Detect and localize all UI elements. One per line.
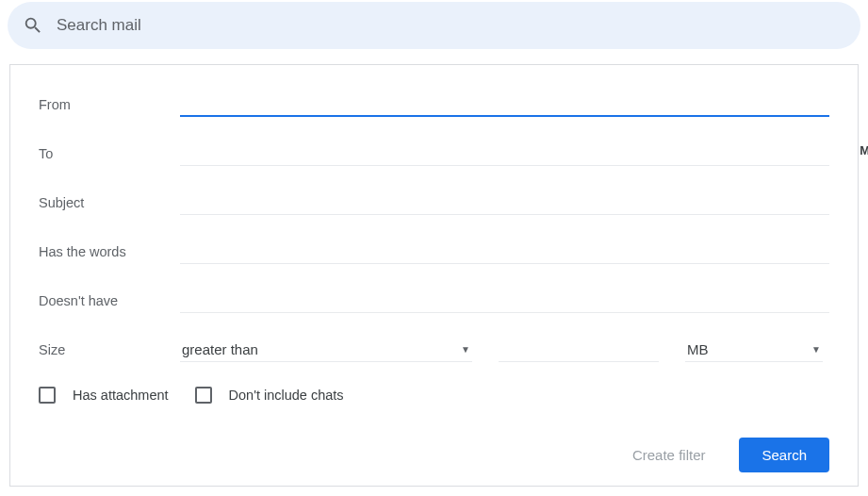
- has-words-label: Has the words: [39, 244, 180, 259]
- from-label: From: [39, 97, 180, 112]
- to-label: To: [39, 146, 180, 161]
- dont-include-chats-group: Don't include chats: [195, 387, 344, 404]
- background-partial-text: M: [860, 143, 868, 157]
- size-label: Size: [39, 342, 180, 357]
- dont-include-chats-checkbox[interactable]: [195, 387, 212, 404]
- button-row: Create filter Search: [39, 438, 829, 472]
- to-row: To: [39, 141, 829, 166]
- subject-row: Subject: [39, 190, 829, 215]
- has-attachment-label: Has attachment: [73, 388, 169, 403]
- checkbox-row: Has attachment Don't include chats: [39, 387, 829, 404]
- has-attachment-checkbox[interactable]: [39, 387, 56, 404]
- doesnt-have-row: Doesn't have: [39, 289, 829, 313]
- subject-label: Subject: [39, 195, 180, 210]
- size-comparator-value: greater than: [182, 341, 258, 357]
- search-input[interactable]: [57, 16, 845, 35]
- search-button[interactable]: Search: [739, 438, 829, 472]
- create-filter-button[interactable]: Create filter: [621, 439, 717, 471]
- dont-include-chats-label: Don't include chats: [229, 388, 344, 403]
- to-input[interactable]: [180, 141, 829, 166]
- size-unit-value: MB: [687, 341, 709, 357]
- chevron-down-icon: ▼: [811, 344, 821, 355]
- size-unit-dropdown[interactable]: MB ▼: [685, 338, 823, 362]
- size-comparator-dropdown[interactable]: greater than ▼: [180, 338, 472, 362]
- search-bar: [8, 2, 860, 49]
- size-row: Size greater than ▼ MB ▼: [39, 338, 829, 362]
- from-input[interactable]: [180, 91, 829, 117]
- size-value-input[interactable]: [499, 338, 659, 362]
- has-words-row: Has the words: [39, 240, 829, 264]
- doesnt-have-label: Doesn't have: [39, 293, 180, 308]
- from-row: From: [39, 91, 829, 117]
- advanced-search-panel: From To Subject Has the words Doesn't ha…: [9, 64, 859, 487]
- has-words-input[interactable]: [180, 240, 829, 264]
- search-icon[interactable]: [23, 15, 43, 36]
- doesnt-have-input[interactable]: [180, 289, 829, 313]
- subject-input[interactable]: [180, 190, 829, 215]
- has-attachment-group: Has attachment: [39, 387, 169, 404]
- chevron-down-icon: ▼: [461, 344, 470, 355]
